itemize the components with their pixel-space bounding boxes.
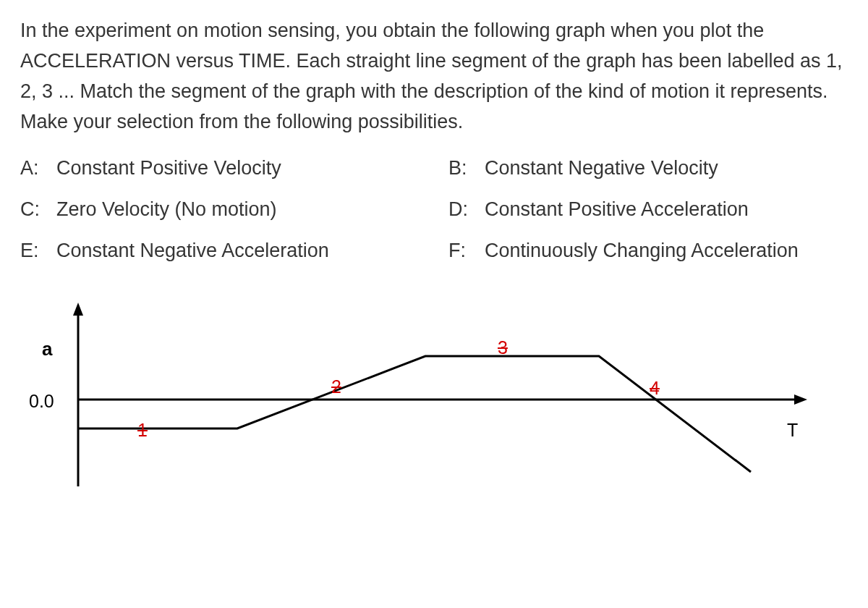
segment-label-2: 2 [331, 376, 341, 397]
option-f: F: Continuously Changing Acceleration [448, 240, 848, 262]
option-c-text: Zero Velocity (No motion) [56, 198, 277, 221]
option-a-text: Constant Positive Velocity [56, 157, 281, 180]
y-axis-label: a [42, 338, 52, 360]
svg-marker-3 [794, 394, 807, 405]
zero-tick-label: 0.0 [29, 391, 54, 412]
options-grid: A: Constant Positive Velocity B: Constan… [20, 157, 848, 262]
option-d-key: D: [448, 198, 473, 221]
graph-svg [20, 298, 830, 494]
option-f-text: Continuously Changing Acceleration [485, 240, 799, 262]
question-prompt: In the experiment on motion sensing, you… [20, 16, 848, 137]
option-d: D: Constant Positive Acceleration [448, 198, 848, 221]
option-e: E: Constant Negative Acceleration [20, 240, 420, 262]
svg-marker-1 [73, 303, 83, 316]
option-d-text: Constant Positive Acceleration [485, 198, 749, 221]
x-axis-label: T [787, 420, 798, 441]
option-b: B: Constant Negative Velocity [448, 157, 848, 180]
option-a: A: Constant Positive Velocity [20, 157, 420, 180]
data-path [78, 356, 751, 472]
segment-label-1: 1 [137, 420, 148, 441]
option-b-key: B: [448, 157, 473, 180]
option-e-text: Constant Negative Acceleration [56, 240, 329, 262]
option-e-key: E: [20, 240, 45, 262]
segment-label-4: 4 [650, 378, 660, 399]
option-b-text: Constant Negative Velocity [485, 157, 718, 180]
acceleration-time-graph: a 0.0 T 1 2 3 4 [20, 298, 830, 494]
option-f-key: F: [448, 240, 473, 262]
segment-label-3: 3 [498, 337, 508, 358]
option-a-key: A: [20, 157, 45, 180]
option-c: C: Zero Velocity (No motion) [20, 198, 420, 221]
option-c-key: C: [20, 198, 45, 221]
